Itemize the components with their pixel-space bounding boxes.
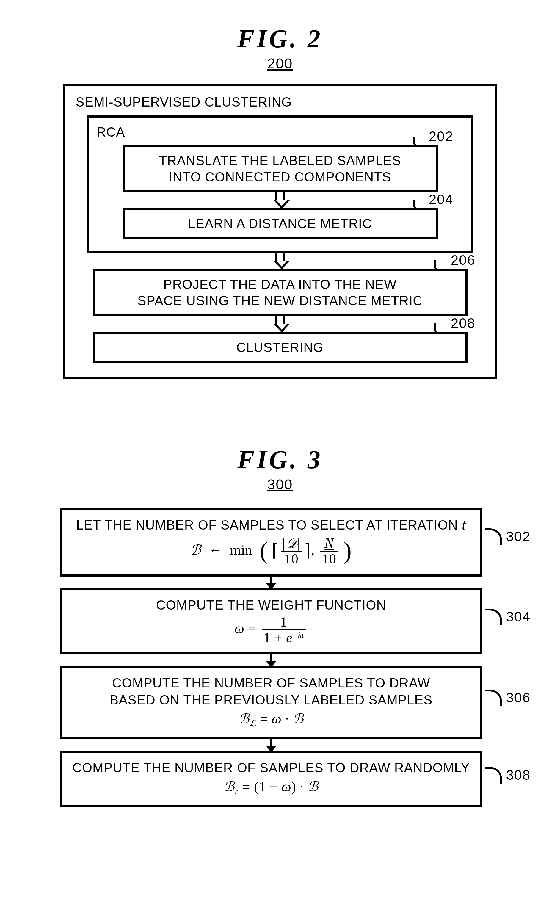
outer-box-title: SEMI-SUPERVISED CLUSTERING [76, 94, 486, 110]
ref-202: 202 [429, 128, 454, 144]
rca-box: RCA 202 TRANSLATE THE LABELED SAMPLES IN… [87, 116, 473, 253]
step-308-formula: ℬr = (1 − ω) · ℬ [68, 778, 474, 797]
ref-hook-icon [485, 528, 502, 545]
ref-308: 308 [506, 767, 531, 783]
step-206: PROJECT THE DATA INTO THE NEW SPACE USIN… [93, 268, 467, 316]
figure-2-title: FIG. 2 [57, 24, 503, 54]
step-302: LET THE NUMBER OF SAMPLES TO SELECT AT I… [60, 507, 482, 576]
step-304-line1: COMPUTE THE WEIGHT FUNCTION [68, 597, 474, 614]
step-202-text: TRANSLATE THE LABELED SAMPLES INTO CONNE… [159, 153, 401, 184]
ref-hook-icon [485, 767, 502, 784]
step-208-text: CLUSTERING [237, 340, 324, 355]
ref-302: 302 [506, 528, 531, 544]
ref-304: 304 [506, 609, 531, 625]
arrow-icon [273, 315, 287, 333]
step-204-text: LEARN A DISTANCE METRIC [188, 216, 372, 231]
figure-3-title: FIG. 3 [42, 445, 518, 474]
step-306-line2: BASED ON THE PREVIOUSLY LABELED SAMPLES [68, 692, 474, 708]
step-206-text: PROJECT THE DATA INTO THE NEW SPACE USIN… [138, 277, 422, 308]
step-304: COMPUTE THE WEIGHT FUNCTION ω = 1 1 + e−… [60, 588, 482, 654]
step-202: TRANSLATE THE LABELED SAMPLES INTO CONNE… [123, 145, 438, 192]
step-308: COMPUTE THE NUMBER OF SAMPLES TO DRAW RA… [60, 751, 482, 807]
step-308-line1: COMPUTE THE NUMBER OF SAMPLES TO DRAW RA… [68, 759, 474, 776]
arrow-icon [273, 252, 287, 270]
arrow-icon [273, 192, 287, 209]
var-t: t [462, 518, 466, 532]
step-306-line1: COMPUTE THE NUMBER OF SAMPLES TO DRAW [68, 674, 474, 692]
step-304-formula: ω = 1 1 + e−λt [68, 615, 474, 645]
step-302-text: LET THE NUMBER OF SAMPLES TO SELECT AT I… [76, 518, 462, 532]
step-302-line1: LET THE NUMBER OF SAMPLES TO SELECT AT I… [68, 516, 474, 534]
ref-hook-icon [485, 690, 502, 706]
step-302-formula: ℬ ← min ( ⌈|𝒟|10⌉, N10 ) [68, 536, 474, 567]
ref-206: 206 [451, 252, 476, 268]
semi-supervised-clustering-box: SEMI-SUPERVISED CLUSTERING RCA 202 TRANS… [63, 84, 497, 379]
ref-204: 204 [429, 191, 454, 207]
step-208: CLUSTERING [93, 332, 467, 363]
ref-306: 306 [506, 690, 531, 706]
arrow-icon [270, 654, 272, 667]
step-204: LEARN A DISTANCE METRIC [123, 208, 438, 239]
ref-hook-icon [485, 609, 502, 626]
figure-3-number: 300 [42, 476, 518, 493]
ref-208: 208 [451, 315, 476, 331]
arrow-icon [270, 738, 272, 752]
arrow-icon [270, 576, 272, 589]
figure-3: FIG. 3 300 LET THE NUMBER OF SAMPLES TO … [42, 445, 518, 807]
page: FIG. 2 200 SEMI-SUPERVISED CLUSTERING RC… [0, 0, 560, 924]
step-306-formula: ℬℒ = ω · ℬ [68, 710, 474, 729]
figure-2: FIG. 2 200 SEMI-SUPERVISED CLUSTERING RC… [57, 24, 503, 379]
step-306: COMPUTE THE NUMBER OF SAMPLES TO DRAW BA… [60, 666, 482, 739]
figure-2-number: 200 [57, 56, 503, 72]
